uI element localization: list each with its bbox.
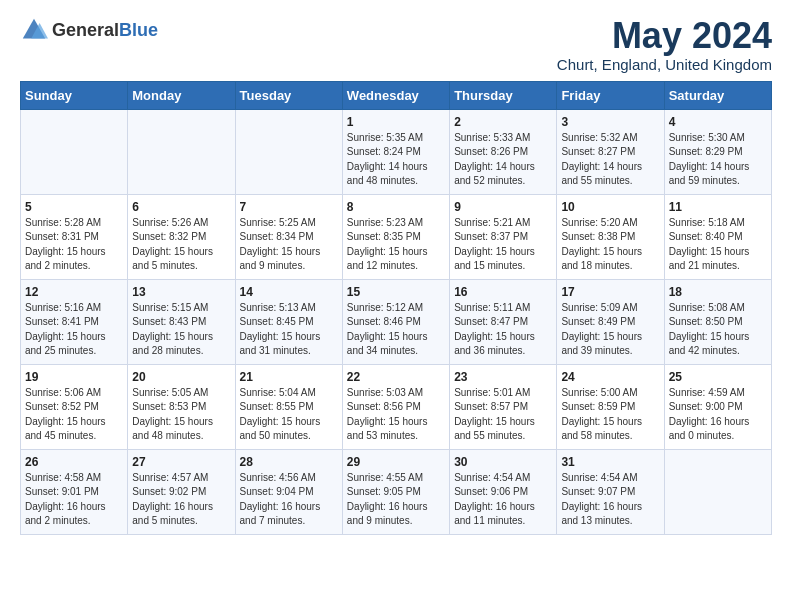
day-number: 26 xyxy=(25,455,123,469)
day-number: 11 xyxy=(669,200,767,214)
day-number: 2 xyxy=(454,115,552,129)
day-info: Sunrise: 5:12 AM Sunset: 8:46 PM Dayligh… xyxy=(347,301,445,359)
calendar-cell: 28Sunrise: 4:56 AM Sunset: 9:04 PM Dayli… xyxy=(235,449,342,534)
day-number: 27 xyxy=(132,455,230,469)
calendar-cell: 26Sunrise: 4:58 AM Sunset: 9:01 PM Dayli… xyxy=(21,449,128,534)
header-friday: Friday xyxy=(557,81,664,109)
calendar-cell: 5Sunrise: 5:28 AM Sunset: 8:31 PM Daylig… xyxy=(21,194,128,279)
day-number: 22 xyxy=(347,370,445,384)
calendar-cell xyxy=(235,109,342,194)
header-sunday: Sunday xyxy=(21,81,128,109)
day-info: Sunrise: 5:04 AM Sunset: 8:55 PM Dayligh… xyxy=(240,386,338,444)
logo-blue: Blue xyxy=(119,20,158,40)
day-info: Sunrise: 5:23 AM Sunset: 8:35 PM Dayligh… xyxy=(347,216,445,274)
calendar-cell: 14Sunrise: 5:13 AM Sunset: 8:45 PM Dayli… xyxy=(235,279,342,364)
day-info: Sunrise: 5:15 AM Sunset: 8:43 PM Dayligh… xyxy=(132,301,230,359)
calendar-table: SundayMondayTuesdayWednesdayThursdayFrid… xyxy=(20,81,772,535)
day-number: 30 xyxy=(454,455,552,469)
calendar-header-row: SundayMondayTuesdayWednesdayThursdayFrid… xyxy=(21,81,772,109)
calendar-cell: 12Sunrise: 5:16 AM Sunset: 8:41 PM Dayli… xyxy=(21,279,128,364)
calendar-cell: 16Sunrise: 5:11 AM Sunset: 8:47 PM Dayli… xyxy=(450,279,557,364)
header-thursday: Thursday xyxy=(450,81,557,109)
day-number: 9 xyxy=(454,200,552,214)
day-number: 23 xyxy=(454,370,552,384)
week-row-3: 12Sunrise: 5:16 AM Sunset: 8:41 PM Dayli… xyxy=(21,279,772,364)
day-info: Sunrise: 5:33 AM Sunset: 8:26 PM Dayligh… xyxy=(454,131,552,189)
calendar-cell: 25Sunrise: 4:59 AM Sunset: 9:00 PM Dayli… xyxy=(664,364,771,449)
day-info: Sunrise: 5:30 AM Sunset: 8:29 PM Dayligh… xyxy=(669,131,767,189)
day-info: Sunrise: 4:58 AM Sunset: 9:01 PM Dayligh… xyxy=(25,471,123,529)
header-tuesday: Tuesday xyxy=(235,81,342,109)
day-info: Sunrise: 5:06 AM Sunset: 8:52 PM Dayligh… xyxy=(25,386,123,444)
header-monday: Monday xyxy=(128,81,235,109)
page-header: GeneralBlue May 2024 Churt, England, Uni… xyxy=(20,16,772,73)
logo: GeneralBlue xyxy=(20,16,158,44)
calendar-cell: 9Sunrise: 5:21 AM Sunset: 8:37 PM Daylig… xyxy=(450,194,557,279)
day-info: Sunrise: 5:00 AM Sunset: 8:59 PM Dayligh… xyxy=(561,386,659,444)
calendar-cell: 19Sunrise: 5:06 AM Sunset: 8:52 PM Dayli… xyxy=(21,364,128,449)
day-info: Sunrise: 5:20 AM Sunset: 8:38 PM Dayligh… xyxy=(561,216,659,274)
calendar-cell: 2Sunrise: 5:33 AM Sunset: 8:26 PM Daylig… xyxy=(450,109,557,194)
week-row-5: 26Sunrise: 4:58 AM Sunset: 9:01 PM Dayli… xyxy=(21,449,772,534)
day-number: 8 xyxy=(347,200,445,214)
day-number: 15 xyxy=(347,285,445,299)
day-info: Sunrise: 5:25 AM Sunset: 8:34 PM Dayligh… xyxy=(240,216,338,274)
day-number: 31 xyxy=(561,455,659,469)
calendar-cell: 4Sunrise: 5:30 AM Sunset: 8:29 PM Daylig… xyxy=(664,109,771,194)
calendar-cell: 27Sunrise: 4:57 AM Sunset: 9:02 PM Dayli… xyxy=(128,449,235,534)
calendar-cell: 11Sunrise: 5:18 AM Sunset: 8:40 PM Dayli… xyxy=(664,194,771,279)
day-info: Sunrise: 4:55 AM Sunset: 9:05 PM Dayligh… xyxy=(347,471,445,529)
day-info: Sunrise: 5:18 AM Sunset: 8:40 PM Dayligh… xyxy=(669,216,767,274)
calendar-cell: 1Sunrise: 5:35 AM Sunset: 8:24 PM Daylig… xyxy=(342,109,449,194)
day-info: Sunrise: 5:13 AM Sunset: 8:45 PM Dayligh… xyxy=(240,301,338,359)
calendar-cell: 23Sunrise: 5:01 AM Sunset: 8:57 PM Dayli… xyxy=(450,364,557,449)
day-number: 24 xyxy=(561,370,659,384)
main-title: May 2024 xyxy=(557,16,772,56)
day-info: Sunrise: 5:01 AM Sunset: 8:57 PM Dayligh… xyxy=(454,386,552,444)
day-info: Sunrise: 5:16 AM Sunset: 8:41 PM Dayligh… xyxy=(25,301,123,359)
day-info: Sunrise: 5:26 AM Sunset: 8:32 PM Dayligh… xyxy=(132,216,230,274)
day-info: Sunrise: 5:35 AM Sunset: 8:24 PM Dayligh… xyxy=(347,131,445,189)
day-number: 7 xyxy=(240,200,338,214)
calendar-cell xyxy=(21,109,128,194)
day-number: 21 xyxy=(240,370,338,384)
day-info: Sunrise: 5:05 AM Sunset: 8:53 PM Dayligh… xyxy=(132,386,230,444)
calendar-cell: 30Sunrise: 4:54 AM Sunset: 9:06 PM Dayli… xyxy=(450,449,557,534)
week-row-2: 5Sunrise: 5:28 AM Sunset: 8:31 PM Daylig… xyxy=(21,194,772,279)
calendar-cell: 17Sunrise: 5:09 AM Sunset: 8:49 PM Dayli… xyxy=(557,279,664,364)
subtitle: Churt, England, United Kingdom xyxy=(557,56,772,73)
calendar-cell xyxy=(128,109,235,194)
calendar-cell: 21Sunrise: 5:04 AM Sunset: 8:55 PM Dayli… xyxy=(235,364,342,449)
day-number: 29 xyxy=(347,455,445,469)
calendar-cell: 13Sunrise: 5:15 AM Sunset: 8:43 PM Dayli… xyxy=(128,279,235,364)
day-info: Sunrise: 4:56 AM Sunset: 9:04 PM Dayligh… xyxy=(240,471,338,529)
logo-general: General xyxy=(52,20,119,40)
day-number: 6 xyxy=(132,200,230,214)
calendar-cell xyxy=(664,449,771,534)
day-number: 17 xyxy=(561,285,659,299)
day-info: Sunrise: 5:21 AM Sunset: 8:37 PM Dayligh… xyxy=(454,216,552,274)
calendar-cell: 31Sunrise: 4:54 AM Sunset: 9:07 PM Dayli… xyxy=(557,449,664,534)
day-info: Sunrise: 5:11 AM Sunset: 8:47 PM Dayligh… xyxy=(454,301,552,359)
day-number: 19 xyxy=(25,370,123,384)
day-number: 20 xyxy=(132,370,230,384)
week-row-4: 19Sunrise: 5:06 AM Sunset: 8:52 PM Dayli… xyxy=(21,364,772,449)
logo-icon xyxy=(20,16,48,44)
day-number: 25 xyxy=(669,370,767,384)
calendar-cell: 22Sunrise: 5:03 AM Sunset: 8:56 PM Dayli… xyxy=(342,364,449,449)
day-info: Sunrise: 4:57 AM Sunset: 9:02 PM Dayligh… xyxy=(132,471,230,529)
day-number: 13 xyxy=(132,285,230,299)
day-info: Sunrise: 5:28 AM Sunset: 8:31 PM Dayligh… xyxy=(25,216,123,274)
week-row-1: 1Sunrise: 5:35 AM Sunset: 8:24 PM Daylig… xyxy=(21,109,772,194)
calendar-cell: 29Sunrise: 4:55 AM Sunset: 9:05 PM Dayli… xyxy=(342,449,449,534)
day-info: Sunrise: 4:54 AM Sunset: 9:07 PM Dayligh… xyxy=(561,471,659,529)
day-number: 28 xyxy=(240,455,338,469)
calendar-cell: 15Sunrise: 5:12 AM Sunset: 8:46 PM Dayli… xyxy=(342,279,449,364)
day-number: 10 xyxy=(561,200,659,214)
day-number: 16 xyxy=(454,285,552,299)
header-wednesday: Wednesday xyxy=(342,81,449,109)
calendar-cell: 18Sunrise: 5:08 AM Sunset: 8:50 PM Dayli… xyxy=(664,279,771,364)
day-number: 12 xyxy=(25,285,123,299)
day-info: Sunrise: 5:32 AM Sunset: 8:27 PM Dayligh… xyxy=(561,131,659,189)
day-info: Sunrise: 5:09 AM Sunset: 8:49 PM Dayligh… xyxy=(561,301,659,359)
